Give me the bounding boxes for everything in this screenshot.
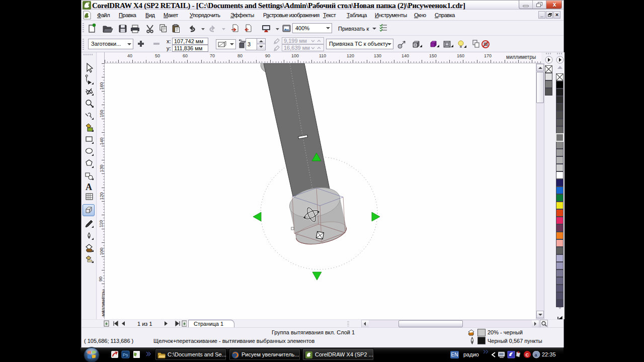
- svg-text:C: C: [526, 352, 529, 357]
- svg-text:Ps: Ps: [123, 352, 128, 357]
- svg-text:A: A: [86, 182, 92, 192]
